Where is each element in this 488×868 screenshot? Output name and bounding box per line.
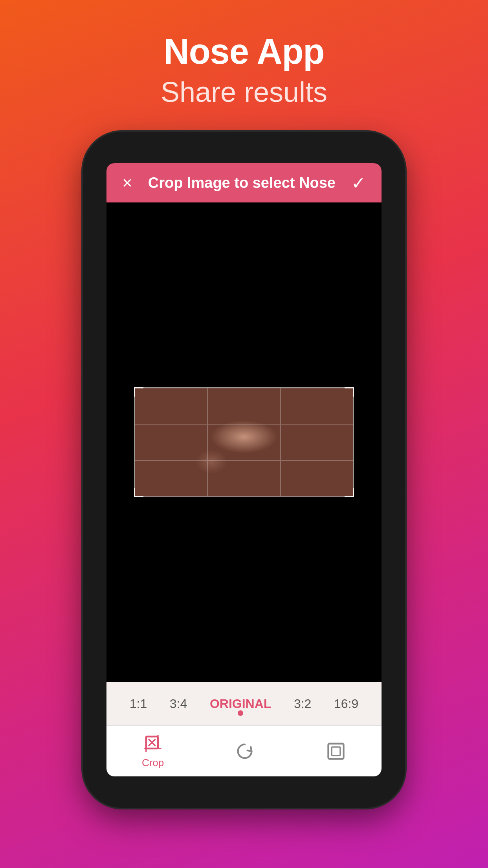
grid-cell (281, 460, 353, 497)
grid-cell (135, 388, 207, 424)
ratio-1-1[interactable]: 1:1 (123, 693, 153, 715)
app-title: Nose App (164, 31, 325, 72)
ratio-bar: 1:1 3:4 ORIGINAL 3:2 16:9 (106, 682, 382, 725)
crop-box[interactable] (134, 387, 354, 497)
phone-frame: × Crop Image to select Nose ✓ (83, 132, 405, 808)
crop-handle-topright[interactable] (345, 387, 354, 397)
close-icon[interactable]: × (122, 173, 132, 193)
expand-tool-icon (326, 741, 346, 761)
grid-cell (207, 388, 280, 424)
svg-rect-7 (328, 743, 344, 759)
crop-label: Crop (142, 757, 164, 769)
crop-title: Crop Image to select Nose (148, 175, 336, 191)
grid-cell (281, 388, 353, 424)
rotate-tool-icon (235, 741, 255, 761)
crop-header-bar: × Crop Image to select Nose ✓ (106, 163, 382, 202)
grid-cell (207, 460, 280, 497)
app-header: Nose App Share results (0, 0, 488, 132)
grid-cell (207, 424, 280, 460)
svg-rect-8 (332, 747, 340, 756)
image-canvas[interactable] (106, 202, 382, 682)
ratio-original[interactable]: ORIGINAL (204, 693, 277, 715)
ratio-3-4[interactable]: 3:4 (163, 693, 193, 715)
toolbar-expand-item[interactable] (326, 741, 346, 761)
grid-overlay (135, 388, 353, 497)
crop-handle-topleft[interactable] (134, 387, 143, 397)
grid-cell (135, 460, 207, 497)
app-subtitle: Share results (161, 76, 327, 108)
grid-cell (281, 424, 353, 460)
crop-handle-bottomright[interactable] (345, 488, 354, 497)
confirm-icon[interactable]: ✓ (351, 173, 366, 193)
crop-tool-icon (143, 733, 163, 754)
crop-handle-bottomleft[interactable] (134, 488, 143, 497)
ratio-active-dot (238, 710, 243, 716)
grid-cell (135, 424, 207, 460)
phone-screen: × Crop Image to select Nose ✓ (106, 163, 382, 776)
toolbar-rotate-item[interactable] (235, 741, 255, 761)
toolbar-crop-item[interactable]: Crop (142, 733, 164, 769)
bottom-toolbar: Crop (106, 725, 382, 776)
ratio-3-2[interactable]: 3:2 (288, 693, 317, 715)
ratio-16-9[interactable]: 16:9 (328, 693, 365, 715)
